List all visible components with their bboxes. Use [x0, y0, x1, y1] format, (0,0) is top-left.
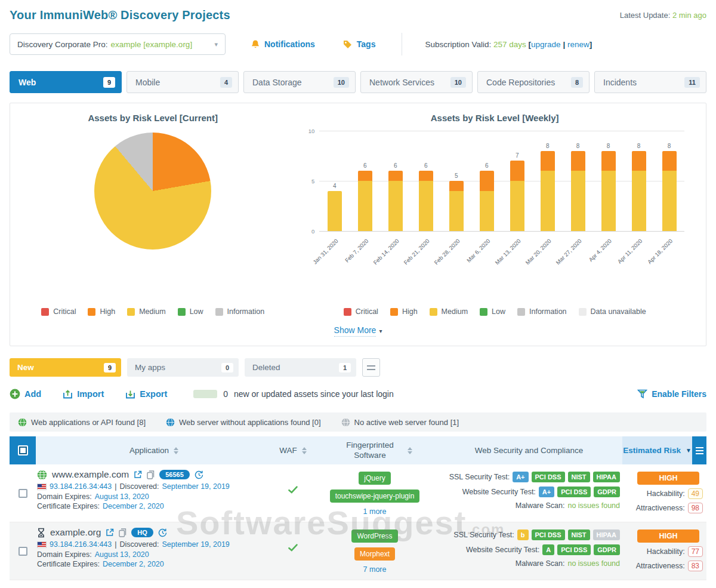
bar-total-label: 8	[607, 143, 610, 149]
external-link-icon[interactable]	[106, 528, 114, 537]
history-icon[interactable]	[158, 528, 167, 537]
tab-incidents[interactable]: Incidents11	[594, 71, 706, 93]
tab-label: Network Services	[369, 78, 434, 87]
bar-segment-medium	[358, 181, 372, 231]
globe-icon	[166, 418, 175, 427]
software-tag-jquery[interactable]: jQuery	[359, 472, 390, 485]
waf-cell	[272, 469, 314, 517]
column-header-security[interactable]: Web Security and Compliance	[436, 436, 622, 464]
bar-segment-high	[358, 171, 372, 181]
x-axis-label-text: Jan 31, 2020	[311, 238, 340, 266]
tab-web[interactable]: Web9	[10, 71, 122, 93]
port-badge: 56565	[159, 470, 190, 479]
hourglass-icon	[37, 528, 45, 538]
tags-button[interactable]: Tags	[342, 39, 376, 50]
subtab-deleted[interactable]: Deleted1	[245, 358, 356, 377]
software-tag-wordpress[interactable]: WordPress	[351, 529, 397, 543]
software-tag-morphext[interactable]: Morphext	[354, 547, 395, 561]
upgrade-link[interactable]: upgrade	[531, 40, 561, 49]
history-icon[interactable]	[195, 470, 203, 479]
divider	[402, 33, 402, 56]
table-menu-button[interactable]	[692, 436, 706, 464]
subscription-label: Subscription Valid:	[425, 40, 491, 49]
tab-code-repositories[interactable]: Code Repositories8	[477, 71, 590, 93]
bar-group: 466656788888	[319, 131, 684, 232]
row-checkbox[interactable]	[18, 547, 27, 556]
compliance-badge-b: b	[517, 529, 529, 540]
more-software-link[interactable]: 7 more	[363, 565, 387, 574]
row-checkbox[interactable]	[18, 489, 27, 498]
bar-segment-high	[480, 171, 494, 191]
compliance-badge-pci-dss: PCI DSS	[532, 472, 565, 482]
project-select[interactable]: Discovery Corporate Pro: example [exampl…	[10, 33, 226, 55]
subtab-label: New	[17, 363, 34, 372]
notifications-button[interactable]: Notifications	[251, 39, 315, 50]
tab-data-storage[interactable]: Data Storage10	[243, 71, 356, 93]
column-header-risk[interactable]: Estimated Risk ▼	[622, 436, 692, 464]
software-tag-touchswipe-jquery-plugin[interactable]: touchswipe-jquery-plugin	[330, 490, 420, 503]
bar-total-label: 8	[637, 143, 641, 149]
export-button[interactable]: Export	[125, 389, 167, 399]
enable-filters-button[interactable]: Enable Filters	[637, 389, 706, 399]
application-cell: www.example.com5656593.184.216.34:443|Di…	[36, 469, 272, 517]
security-cell: SSL Security Test:A+PCI DSSNISTHIPAAWebs…	[436, 469, 622, 517]
table-body: www.example.com5656593.184.216.34:443|Di…	[10, 464, 706, 580]
tab-count-badge: 11	[684, 77, 700, 88]
legend-label: Data unavailable	[591, 307, 646, 316]
tab-mobile[interactable]: Mobile4	[126, 71, 239, 93]
bar-total-label: 6	[485, 162, 489, 169]
legend-label: Medium	[139, 307, 165, 316]
domain-expires-label: Domain Expires:	[37, 550, 92, 559]
software-cell: WordPressMorphext7 more	[314, 527, 436, 575]
legend-label: High	[100, 307, 115, 316]
import-button[interactable]: Import	[63, 389, 104, 399]
security-cell: SSL Security Test:bPCI DSSNISTHIPAAWebsi…	[436, 527, 622, 575]
attractiveness-score: 83	[688, 561, 703, 571]
subtab-count-badge: 0	[221, 363, 233, 372]
subtab-new[interactable]: New9	[10, 358, 121, 377]
filter-chip-web-server-without-applications-found[interactable]: Web server without applications found [0…	[166, 418, 321, 427]
subtab-label: My apps	[135, 363, 165, 372]
list-view-toggle-button[interactable]	[362, 358, 380, 377]
renew-link[interactable]: renew	[567, 40, 590, 49]
subscription-value: 257 days	[493, 40, 526, 49]
hackability-line: Hackability:49	[647, 488, 703, 499]
filter-chip-no-active-web-server-found[interactable]: No active web server found [1]	[341, 418, 459, 427]
tab-network-services[interactable]: Network Services10	[360, 71, 473, 93]
add-button[interactable]: Add	[10, 389, 41, 399]
copy-icon[interactable]	[147, 470, 155, 479]
column-header-waf[interactable]: WAF	[272, 436, 314, 464]
tab-count-badge: 10	[334, 77, 349, 88]
external-link-icon[interactable]	[134, 470, 142, 479]
domain-expires-date: August 13, 2020	[95, 492, 149, 501]
tab-count-badge: 9	[103, 77, 115, 88]
bar-feb-21-2020: 6	[411, 162, 441, 231]
legend-item-critical: Critical	[41, 307, 76, 316]
assets-table: Application WAF Fingerprinted Software W…	[10, 436, 706, 580]
more-software-link[interactable]: 1 more	[363, 507, 387, 516]
column-header-software[interactable]: Fingerprinted Software	[314, 436, 436, 464]
x-axis-label: Apr 11, 2020	[624, 232, 654, 271]
show-more-link[interactable]: Show More▾	[16, 325, 700, 335]
filter-chip-label: Web applications or API found [8]	[31, 418, 146, 427]
compliance-badge-pci-dss: PCI DSS	[557, 544, 591, 555]
column-header-application[interactable]: Application	[36, 436, 272, 464]
copy-icon[interactable]	[119, 528, 126, 537]
subtab-my-apps[interactable]: My apps0	[127, 358, 239, 377]
malware-scan-result: no issues found	[567, 501, 620, 510]
y-axis-tick: 0	[299, 228, 314, 235]
select-all-checkbox[interactable]	[10, 436, 36, 464]
hackability-line: Hackability:77	[647, 546, 703, 557]
website-security-label: Website Security Test:	[466, 546, 539, 554]
updates-summary: 0 new or updated assets since your last …	[193, 389, 394, 399]
malware-scan-result: no issues found	[567, 559, 620, 568]
caret-down-icon: ▼	[686, 447, 692, 454]
filter-chip-web-applications-or-api-found[interactable]: Web applications or API found [8]	[18, 418, 146, 427]
legend-swatch-icon	[41, 308, 49, 316]
risk-cell: HIGHHackability:77Attractiveness:83	[622, 527, 706, 575]
pie-chart-title: Assets by Risk Level [Current]	[16, 113, 289, 123]
application-header-label: Application	[129, 446, 169, 455]
bar-segment-medium	[632, 171, 646, 231]
bar-feb-7-2020: 6	[350, 162, 380, 231]
compliance-badge-a: A+	[539, 487, 554, 497]
